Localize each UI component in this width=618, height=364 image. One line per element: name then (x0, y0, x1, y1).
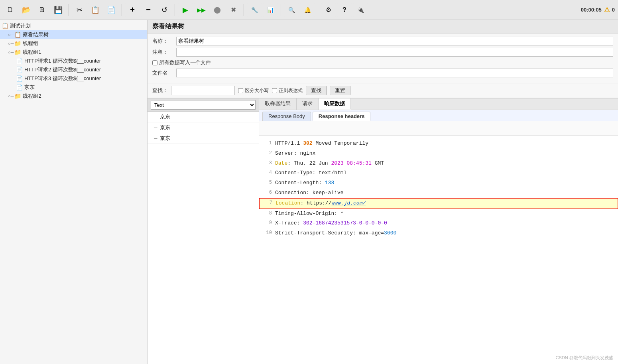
vrt-icon: 📋 (14, 31, 21, 38)
name-row: 名称： (152, 37, 613, 45)
tab-request[interactable]: 请求 (297, 98, 319, 110)
resp-text-2: Server: nginx (275, 150, 315, 158)
resp-text-3: Date: Thu, 22 Jun 2023 08:45:31 GMT (275, 159, 384, 168)
tab-sampler[interactable]: 取样器结果 (259, 98, 297, 110)
result-label-2: 京东 (160, 124, 170, 131)
comment-row: 注释： (152, 48, 613, 57)
tools-btn[interactable]: 🔧 (247, 3, 262, 17)
templates-btn[interactable]: 🗎 (35, 3, 49, 17)
open-btn[interactable]: 📂 (19, 3, 33, 17)
write-file-checkbox[interactable] (152, 60, 157, 65)
text-type-dropdown[interactable]: Text JSON XML HTML (151, 100, 256, 110)
new-file-btn[interactable]: 🗋 (3, 3, 18, 17)
refresh-btn[interactable]: ↺ (157, 3, 171, 17)
sidebar-item-thread-group2[interactable]: ○─ 📁 线程组2 (0, 92, 147, 100)
cut-btn[interactable]: ✂ (72, 3, 87, 17)
sub-tab-bar: Response Body Response headers (259, 110, 618, 121)
filename-label: 文件名 (152, 69, 176, 77)
name-input[interactable] (176, 37, 613, 45)
sidebar-item-http2[interactable]: 📄 HTTP请求2 循环次数${__counter (0, 65, 147, 74)
result-item-1[interactable]: ─ 京东 (148, 112, 259, 122)
subtab-body-label: Response Body (268, 113, 305, 119)
response-content: 1 HTTP/1.1 302 Moved Temporarily 2 Serve… (259, 136, 618, 364)
tab-response[interactable]: 响应数据 (319, 98, 351, 110)
connector4: ○─ (8, 94, 14, 98)
main-tabs: 取样器结果 请求 响应数据 (259, 98, 618, 110)
name-label: 名称： (152, 37, 176, 45)
stop-all-btn[interactable]: ✖ (226, 3, 240, 17)
http2-label: HTTP请求2 循环次数${__counter (24, 66, 101, 73)
resp-text-9: X-Trace: 302-1687423531573-0-0-0-0-0 (275, 219, 387, 228)
tab-request-label: 请求 (302, 100, 313, 106)
case-sensitive-label: 区分大小写 (245, 87, 269, 94)
search-row: 查找： 区分大小写 正则表达式 查找 重置 (148, 83, 618, 98)
subtab-body[interactable]: Response Body (262, 112, 311, 121)
timer-value: 00:00:05 (581, 7, 602, 13)
results-list: Text JSON XML HTML ─ 京东 ─ 京东 ─ 京东 (148, 98, 259, 364)
filename-row: 文件名 (152, 69, 613, 77)
tree-root[interactable]: 📋 测试计划 (0, 22, 147, 30)
bell-btn[interactable]: 🔔 (300, 3, 315, 17)
tab-sampler-label: 取样器结果 (265, 100, 291, 106)
reset-button[interactable]: 重置 (330, 86, 350, 95)
expand-btn[interactable]: + (125, 3, 140, 17)
comment-input[interactable] (176, 48, 613, 57)
resp-line-2: 2 Server: nginx (259, 149, 618, 159)
sep6 (318, 4, 318, 16)
sidebar-item-view-result-tree[interactable]: ○─ 📋 察看结果树 (0, 30, 147, 39)
result-label-3: 京东 (160, 135, 170, 142)
start-btn[interactable]: ▶ (178, 3, 193, 17)
search-toolbar-btn[interactable]: 🔍 (284, 3, 299, 17)
resp-text-1: HTTP/1.1 302 Moved Temporarily (275, 140, 368, 148)
search-input[interactable] (171, 86, 235, 95)
connector1: ○─ (8, 32, 14, 37)
resp-text-5: Content-Length: 138 (275, 179, 334, 187)
http1-label: HTTP请求1 循环次数${__counter (24, 57, 101, 65)
remote-btn[interactable]: 🔌 (353, 3, 368, 17)
resp-line-8: 8 Timing-Allow-Origin: * (259, 209, 618, 219)
case-sensitive-checkbox[interactable] (238, 88, 243, 93)
sidebar-item-jd[interactable]: 📄 京东 (0, 83, 147, 92)
paste-btn[interactable]: 📄 (104, 3, 118, 17)
connector2: ○─ (8, 41, 14, 46)
sidebar-item-thread-group1[interactable]: ○─ 📁 线程组1 (0, 48, 147, 57)
config-btn[interactable]: ⚙ (321, 3, 336, 17)
result-item-2[interactable]: ─ 京东 (148, 122, 259, 133)
main-layout: 📋 测试计划 ○─ 📋 察看结果树 ○─ 📁 线程组 ○─ 📁 线程组1 📄 H… (0, 20, 618, 364)
tg1-icon: 📁 (14, 49, 21, 55)
find-button[interactable]: 查找 (306, 86, 327, 95)
linenum-9: 9 (262, 219, 272, 227)
left-panel: 📋 测试计划 ○─ 📋 察看结果树 ○─ 📁 线程组 ○─ 📁 线程组1 📄 H… (0, 20, 148, 364)
sidebar-item-thread-group[interactable]: ○─ 📁 线程组 (0, 39, 147, 48)
help-btn[interactable]: ? (337, 3, 352, 17)
resp-text-4: Content-Type: text/html (275, 169, 346, 177)
filename-input[interactable] (176, 69, 613, 77)
connector3: ○─ (8, 50, 14, 55)
save-btn[interactable]: 💾 (51, 3, 65, 17)
item-arrow-2: ─ (154, 125, 157, 130)
report-btn[interactable]: 📊 (263, 3, 278, 17)
regex-checkbox[interactable] (272, 88, 277, 93)
write-file-label: 所有数据写入一个文件 (159, 59, 211, 66)
linenum-3: 3 (262, 159, 272, 167)
root-icon: 📋 (2, 23, 8, 29)
response-area: 取样器结果 请求 响应数据 Response Body Response (259, 98, 618, 364)
linenum-7: 7 (263, 199, 272, 207)
tab-response-label: 响应数据 (324, 100, 345, 106)
sep1 (69, 4, 69, 16)
start-all-btn[interactable]: ▶▶ (194, 3, 209, 17)
resp-line-4: 4 Content-Type: text/html (259, 168, 618, 178)
item-arrow-3: ─ (154, 136, 157, 141)
linenum-1: 1 (262, 140, 272, 147)
result-item-3[interactable]: ─ 京东 (148, 133, 259, 144)
stop-btn[interactable]: ⬤ (210, 3, 224, 17)
sidebar-item-http1[interactable]: 📄 HTTP请求1 循环次数${__counter (0, 57, 147, 65)
sep3 (175, 4, 175, 16)
copy-btn[interactable]: 📋 (88, 3, 102, 17)
sidebar-item-http3[interactable]: 📄 HTTP请求3 循环次数${__counter (0, 74, 147, 83)
sep2 (122, 4, 122, 16)
resp-line-10: 10 Strict-Transport-Security: max-age=36… (259, 228, 618, 238)
subtab-headers[interactable]: Response headers (313, 112, 371, 121)
case-sensitive-group: 区分大小写 (238, 87, 269, 94)
collapse-btn[interactable]: − (141, 3, 155, 17)
